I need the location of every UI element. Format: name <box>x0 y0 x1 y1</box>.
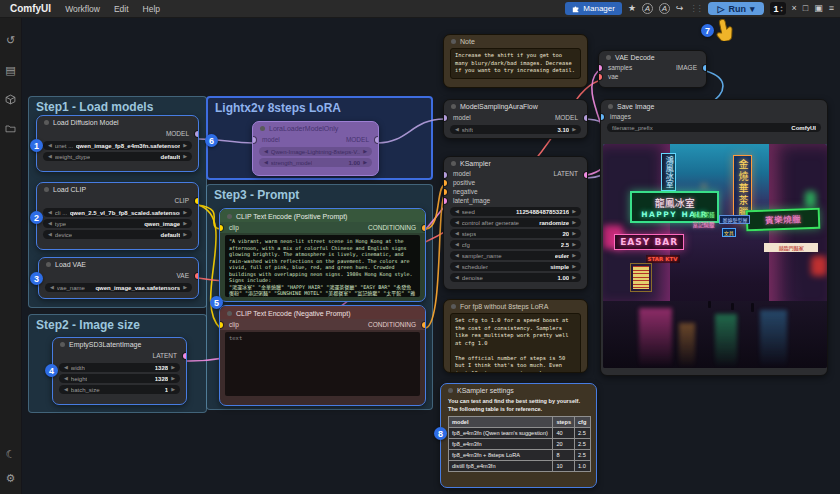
group-title[interactable]: Step3 - Prompt <box>207 185 432 205</box>
positive-input-port[interactable] <box>443 180 447 186</box>
width-widget[interactable]: width1328 <box>59 363 180 372</box>
strength-model-widget[interactable]: strength_model1.00 <box>259 158 372 167</box>
collapse-dot-icon[interactable] <box>606 55 611 60</box>
group-title[interactable]: Step1 - Load models <box>29 97 206 117</box>
widget-value[interactable]: 1.00 <box>348 160 360 166</box>
latent-output-port[interactable] <box>584 172 588 178</box>
model-input-port[interactable] <box>443 115 447 121</box>
node-library-button[interactable] <box>0 87 22 111</box>
clip-input-port[interactable] <box>219 225 223 231</box>
widget-value[interactable]: simple <box>550 264 569 270</box>
widget-value[interactable]: 2.5 <box>561 242 569 248</box>
node-clip-text-encode-negative[interactable]: CLIP Text Encode (Negative Prompt) clipC… <box>219 305 426 406</box>
group-title[interactable]: Lightx2v 8steps LoRA <box>208 98 431 118</box>
queue-panel-icon[interactable]: ▣ <box>814 4 823 13</box>
menu-help[interactable]: Help <box>143 4 160 14</box>
collapse-dot-icon[interactable] <box>46 262 51 267</box>
widget-value[interactable]: euler <box>555 253 569 259</box>
decrement-icon[interactable] <box>455 127 459 132</box>
device-widget[interactable]: devicedefault <box>43 230 192 239</box>
widget-value[interactable]: 1.00 <box>557 275 569 281</box>
node-lora-loader-model-only[interactable]: LoraLoaderModelOnly modelMODEL Qwen-Imag… <box>252 121 379 176</box>
batch-count-stepper[interactable]: 1 ▴▾ <box>770 2 785 15</box>
collapse-dot-icon[interactable] <box>260 126 265 131</box>
widget-value[interactable]: 20 <box>562 231 569 237</box>
increment-icon[interactable] <box>572 264 576 269</box>
workflows-button[interactable] <box>0 116 22 140</box>
model-output-port[interactable] <box>195 131 199 137</box>
node-load-diffusion-model[interactable]: Load Diffusion Model MODEL unet ...qwen_… <box>36 115 199 172</box>
node-load-vae[interactable]: Load VAE VAE vae_nameqwen_image_vae.safe… <box>38 257 199 299</box>
negative-input-port[interactable] <box>443 189 447 195</box>
template-icon-2[interactable]: A <box>659 3 670 14</box>
increment-icon[interactable] <box>363 160 367 165</box>
widget-value[interactable]: 1328 <box>155 365 168 371</box>
scheduler-widget[interactable]: schedulersimple <box>450 262 581 271</box>
menu-icon[interactable]: ≡ <box>829 4 834 13</box>
node-vae-decode[interactable]: VAE Decode samplesIMAGE vae <box>598 50 707 88</box>
node-ksampler[interactable]: KSampler modelLATENT positive negative l… <box>443 156 588 290</box>
increment-icon[interactable] <box>171 387 175 392</box>
decrement-icon[interactable] <box>264 149 268 154</box>
decrement-icon[interactable] <box>455 242 459 247</box>
lora-name-widget[interactable]: Qwen-Image-Lightning-8steps-V... <box>259 147 372 156</box>
manager-button[interactable]: Manager <box>565 2 622 15</box>
filename-prefix-widget[interactable]: filename_prefixComfyUI <box>607 123 821 132</box>
widget-value[interactable]: qwen_image_vae.safetensors <box>95 285 180 291</box>
shift-widget[interactable]: shift3.10 <box>450 125 581 134</box>
image-output-port[interactable] <box>703 65 707 71</box>
clip-output-port[interactable] <box>195 198 199 204</box>
widget-value[interactable]: qwen_image_fp8_e4m3fn.safetensors <box>76 143 181 149</box>
sampler-name-widget[interactable]: sampler_nameeuler <box>450 251 581 260</box>
widget-value[interactable]: randomize <box>539 220 569 226</box>
steps-widget[interactable]: steps20 <box>450 229 581 238</box>
increment-icon[interactable] <box>572 127 576 132</box>
increment-icon[interactable] <box>572 220 576 225</box>
decrement-icon[interactable] <box>64 365 68 370</box>
collapse-dot-icon[interactable] <box>448 388 453 393</box>
batch-count-value[interactable]: 1 <box>773 4 778 14</box>
widget-value[interactable]: qwen_2.5_vl_7b_fp8_scaled.safetensors <box>70 210 180 216</box>
increment-icon[interactable] <box>183 210 187 215</box>
collapse-dot-icon[interactable] <box>227 214 232 219</box>
collapse-dot-icon[interactable] <box>60 342 65 347</box>
seed-widget[interactable]: seed1125488487853216 <box>450 207 581 216</box>
collapse-dot-icon[interactable] <box>451 39 456 44</box>
widget-value[interactable]: 3.10 <box>557 127 569 133</box>
vae-output-port[interactable] <box>195 273 199 279</box>
theme-toggle-button[interactable]: ☾ <box>0 442 22 466</box>
collapse-dot-icon[interactable] <box>227 311 232 316</box>
conditioning-output-port[interactable] <box>422 225 426 231</box>
decrement-icon[interactable] <box>455 264 459 269</box>
group-title[interactable]: Step2 - Image size <box>29 315 206 335</box>
stop-icon[interactable]: □ <box>803 4 808 13</box>
collapse-dot-icon[interactable] <box>451 304 456 309</box>
decrement-icon[interactable] <box>455 231 459 236</box>
node-ksampler-settings[interactable]: KSampler settings You can test and find … <box>440 383 597 488</box>
height-widget[interactable]: height1328 <box>59 374 180 383</box>
decrement-icon[interactable] <box>64 387 68 392</box>
latent-image-input-port[interactable] <box>443 198 447 204</box>
decrement-icon[interactable] <box>64 376 68 381</box>
batch-size-widget[interactable]: batch_size1 <box>59 385 180 394</box>
decrement-icon[interactable] <box>48 154 52 159</box>
vae-name-widget[interactable]: vae_nameqwen_image_vae.safetensors <box>45 283 192 292</box>
model-output-port[interactable] <box>584 115 588 121</box>
increment-icon[interactable] <box>171 365 175 370</box>
widget-value[interactable]: qwen_image <box>144 221 180 227</box>
denoise-widget[interactable]: denoise1.00 <box>450 273 581 282</box>
queue-button[interactable]: ▤ <box>0 58 22 82</box>
star-icon[interactable]: ★ <box>628 4 636 13</box>
model-input-port[interactable] <box>443 172 447 178</box>
collapse-dot-icon[interactable] <box>44 120 49 125</box>
note-text[interactable]: Increase the shift if you get too many b… <box>450 48 581 79</box>
decrement-icon[interactable] <box>48 232 52 237</box>
template-icon-1[interactable]: A <box>642 3 653 14</box>
decrement-icon[interactable] <box>264 160 268 165</box>
decrement-icon[interactable] <box>50 285 54 290</box>
control-after-generate-widget[interactable]: control after generaterandomize <box>450 218 581 227</box>
model-input-port[interactable] <box>252 137 256 143</box>
increment-icon[interactable] <box>183 143 187 148</box>
increment-icon[interactable] <box>572 242 576 247</box>
collapse-dot-icon[interactable] <box>44 187 49 192</box>
